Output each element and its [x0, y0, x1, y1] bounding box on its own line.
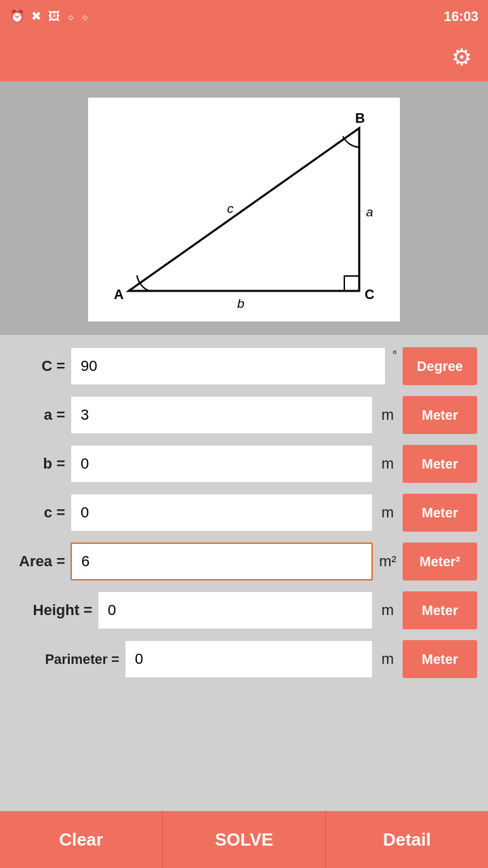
unit-m-c: m: [378, 504, 397, 521]
unit-m-perimeter: m: [378, 650, 397, 668]
unit-btn-meter2-area[interactable]: Meter²: [403, 542, 477, 580]
triangle-diagram: A B C a b c: [88, 98, 400, 321]
arrow-icon2: ⬦: [81, 9, 89, 24]
label-B: B: [355, 111, 365, 125]
field-row-perimeter: Parimeter = m Meter: [0, 635, 488, 684]
input-c-angle[interactable]: [70, 347, 386, 385]
label-area: Area =: [11, 553, 65, 570]
label-a: a =: [11, 406, 65, 424]
label-b: b: [237, 296, 245, 311]
unit-m-a: m: [378, 406, 397, 424]
input-b[interactable]: [70, 445, 373, 483]
label-C: C: [365, 287, 374, 302]
app-header: ⚙: [0, 33, 488, 81]
alarm-icon: ⏰: [9, 9, 24, 24]
clear-button[interactable]: Clear: [0, 811, 163, 868]
unit-btn-meter-b[interactable]: Meter: [403, 445, 477, 483]
field-row-c-side: c = m Meter: [0, 488, 488, 537]
unit-btn-degree[interactable]: Degree: [403, 347, 477, 385]
label-c-side: c =: [11, 504, 65, 521]
bottom-bar: Clear SOLVE Detail: [0, 811, 488, 868]
fields-area: C = ° Degree a = m Meter b = m Meter c =…: [0, 335, 488, 811]
unit-m2-area: m²: [378, 553, 397, 570]
field-row-a: a = m Meter: [0, 391, 488, 439]
field-row-c-angle: C = ° Degree: [0, 342, 488, 391]
diagram-area: A B C a b c: [0, 81, 488, 335]
arrow-icon1: ⬦: [67, 9, 75, 24]
label-c: c: [227, 201, 234, 216]
detail-button[interactable]: Detail: [326, 811, 488, 868]
x-icon: ✖: [31, 9, 41, 24]
label-a: a: [366, 205, 373, 219]
label-perimeter: Parimeter =: [11, 652, 119, 667]
input-area[interactable]: [70, 542, 373, 580]
unit-btn-meter-height[interactable]: Meter: [403, 591, 477, 629]
input-perimeter[interactable]: [125, 640, 373, 678]
triangle-svg: A B C a b c: [102, 108, 386, 311]
unit-btn-meter-a[interactable]: Meter: [403, 396, 477, 434]
settings-icon[interactable]: ⚙: [451, 43, 472, 71]
input-height[interactable]: [98, 591, 373, 629]
unit-m-b: m: [378, 455, 397, 473]
status-time: 16:03: [444, 9, 479, 24]
label-b: b =: [11, 455, 65, 473]
label-A: A: [114, 287, 123, 302]
field-row-area: Area = m² Meter²: [0, 537, 488, 586]
status-icons: ⏰ ✖ 🖼 ⬦ ⬦: [9, 9, 89, 24]
input-c-side[interactable]: [70, 494, 373, 532]
label-height: Height =: [11, 601, 92, 619]
status-bar: ⏰ ✖ 🖼 ⬦ ⬦ 16:03: [0, 0, 488, 33]
svg-rect-1: [344, 276, 359, 291]
unit-m-height: m: [378, 601, 397, 619]
label-c-angle: C =: [11, 357, 65, 375]
input-a[interactable]: [70, 396, 373, 434]
field-row-height: Height = m Meter: [0, 586, 488, 635]
field-row-b: b = m Meter: [0, 439, 488, 488]
image-icon: 🖼: [48, 9, 60, 24]
degree-symbol: °: [392, 347, 397, 363]
unit-btn-meter-c[interactable]: Meter: [403, 494, 477, 532]
solve-button[interactable]: SOLVE: [163, 811, 325, 868]
svg-marker-0: [129, 128, 359, 291]
unit-btn-meter-perimeter[interactable]: Meter: [403, 640, 477, 678]
